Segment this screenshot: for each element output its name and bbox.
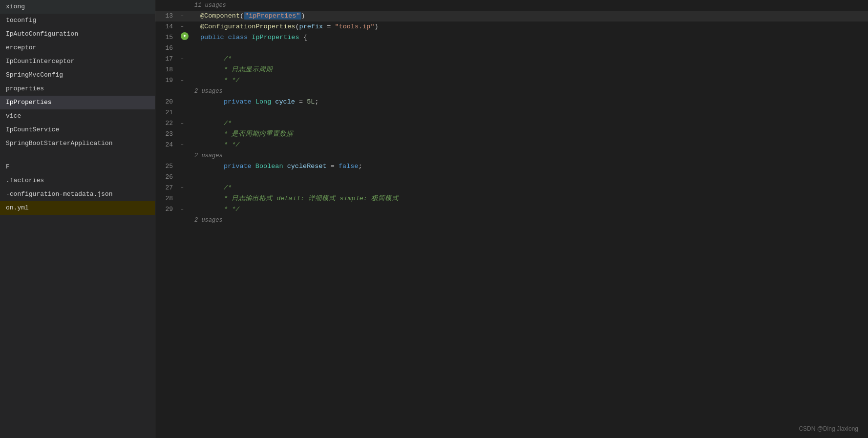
fold-icon-17[interactable]: – [181, 54, 184, 64]
editor: 11 usages 13 – @Component("ipProperties"… [155, 0, 868, 438]
fold-icon-27[interactable]: – [181, 183, 184, 193]
sidebar-item-on-yml[interactable]: on.yml [0, 201, 155, 215]
usages-hint-2a: 2 usages [155, 86, 868, 97]
code-line-14: 14 – @ConfigurationProperties(prefix = "… [155, 21, 868, 32]
fold-icon-24[interactable]: – [181, 140, 184, 150]
code-line-23: 23 * 是否周期内重置数据 [155, 129, 868, 140]
sidebar-item-factories[interactable]: .factories [0, 174, 155, 188]
sidebar-item-toconfig[interactable]: toconfig [0, 14, 155, 27]
sidebar: xiong toconfig IpAutoConfiguration ercep… [0, 0, 155, 438]
code-line-25: 25 private Boolean cycleReset = false; [155, 161, 868, 172]
sidebar-item-IpProperties[interactable]: IpProperties [0, 96, 155, 109]
fold-icon-29[interactable]: – [181, 204, 184, 215]
sidebar-item-properties[interactable]: properties [0, 82, 155, 96]
code-line-20: 20 private Long cycle = 5L; [155, 97, 868, 107]
sidebar-item-SpringBootStarterApplication[interactable]: SpringBootStarterApplication [0, 137, 155, 150]
code-line-22: 22 – /* [155, 118, 868, 129]
watermark: CSDN @Ding Jiaxiong [799, 425, 858, 432]
fold-icon-19[interactable]: – [181, 75, 184, 86]
code-line-28: 28 * 日志输出格式 detail: 详细模式 simple: 极简模式 [155, 193, 868, 204]
code-line-24: 24 – * */ [155, 140, 868, 150]
fold-icon-22[interactable]: – [181, 118, 184, 129]
fold-icon-13[interactable]: – [181, 11, 184, 21]
code-area[interactable]: 11 usages 13 – @Component("ipProperties"… [155, 0, 868, 438]
sidebar-item-configuration-metadata[interactable]: -configuration-metadata.json [0, 188, 155, 201]
code-line-18: 18 * 日志显示周期 [155, 64, 868, 75]
sidebar-item-erceptor[interactable]: erceptor [0, 41, 155, 55]
sidebar-item-F[interactable]: F [0, 160, 155, 174]
code-line-21: 21 [155, 107, 868, 118]
sidebar-item-xiong[interactable]: xiong [0, 0, 155, 14]
code-line-19: 19 – * */ [155, 75, 868, 86]
code-line-13: 13 – @Component("ipProperties") [155, 11, 868, 21]
code-line-29: 29 – * */ [155, 204, 868, 215]
sidebar-item-SpringMvcConfig[interactable]: SpringMvcConfig [0, 68, 155, 82]
code-line-27: 27 – /* [155, 183, 868, 193]
code-line-15: 15 ● public class IpProperties { [155, 32, 868, 43]
usages-hint-2c: 2 usages [155, 215, 868, 226]
usages-hint-2b: 2 usages [155, 150, 868, 161]
code-line-17: 17 – /* [155, 54, 868, 64]
usages-hint-11: 11 usages [155, 0, 868, 11]
sidebar-item-IpCountInterceptor[interactable]: IpCountInterceptor [0, 55, 155, 68]
sidebar-item-IpCountService[interactable]: IpCountService [0, 123, 155, 137]
spring-boot-icon: ● [181, 32, 189, 40]
sidebar-item-IpAutoConfiguration[interactable]: IpAutoConfiguration [0, 27, 155, 41]
sidebar-item-vice[interactable]: vice [0, 109, 155, 123]
code-line-26: 26 [155, 172, 868, 183]
code-line-16: 16 [155, 43, 868, 54]
